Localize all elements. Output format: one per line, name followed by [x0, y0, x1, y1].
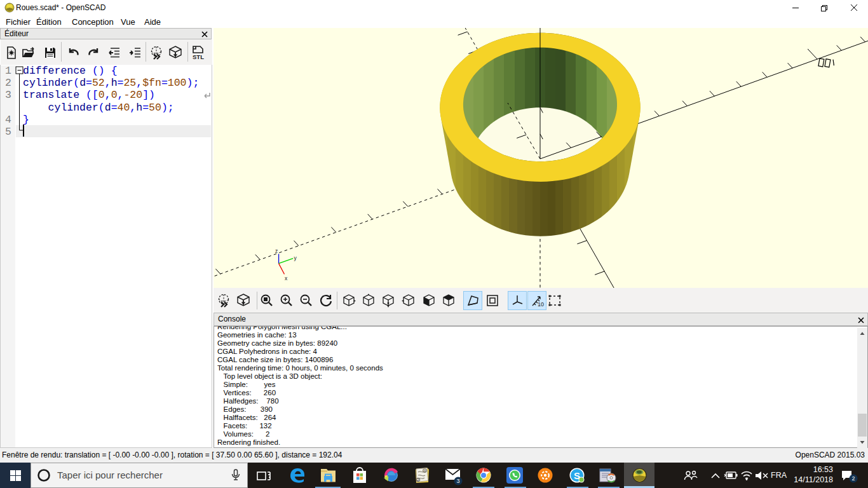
svg-text:10: 10 [538, 301, 544, 308]
svg-text:x: x [285, 275, 288, 281]
svg-text:2: 2 [851, 475, 855, 482]
svg-text:z: z [275, 248, 278, 254]
svg-text:3: 3 [456, 478, 459, 484]
svg-text:STL: STL [193, 53, 204, 60]
svg-text:y: y [294, 255, 297, 261]
